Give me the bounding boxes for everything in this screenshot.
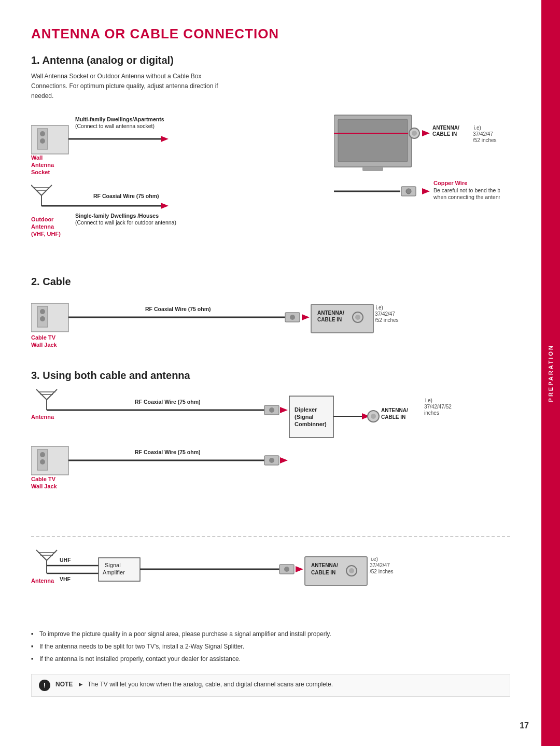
note-text: The TV will let you know when the analog… [88, 681, 333, 688]
svg-marker-53 [302, 314, 310, 320]
svg-text:Antenna: Antenna [31, 414, 54, 420]
section1-description: Wall Antenna Socket or Outdoor Antenna w… [31, 72, 228, 102]
section2-heading: 2. Cable [31, 276, 510, 288]
svg-text:Single-family Dwellings /House: Single-family Dwellings /Houses [75, 213, 159, 219]
section3-svg: Antenna RF Coaxial Wire (75 ohm) Diplexe… [31, 387, 508, 522]
section2-block: 2. Cable Cable TV Wall Jack RF Coaxia [31, 276, 510, 355]
note-label: NOTE [55, 681, 73, 688]
svg-text:37/42/47: 37/42/47 [370, 562, 390, 568]
svg-text:/52 inches: /52 inches [473, 137, 497, 143]
svg-marker-30 [422, 130, 430, 136]
svg-marker-73 [280, 407, 288, 413]
svg-point-114 [284, 567, 289, 572]
svg-text:Outdoor: Outdoor [31, 216, 54, 222]
svg-marker-18 [161, 203, 169, 209]
svg-text:RF Coaxial Wire (75 ohm): RF Coaxial Wire (75 ohm) [93, 193, 159, 199]
svg-point-59 [355, 315, 360, 320]
svg-text:i.e): i.e) [376, 305, 383, 311]
svg-marker-5 [161, 136, 169, 142]
section1-svg: Multi-family Dwellings/Apartments (Conne… [31, 110, 239, 260]
svg-text:Wall Jack: Wall Jack [31, 483, 58, 489]
svg-text:37/42/47/52: 37/42/47/52 [424, 404, 452, 410]
notes-section: To improve the picture quality in a poor… [31, 629, 510, 664]
svg-text:inches: inches [424, 410, 439, 416]
svg-text:Cable TV: Cable TV [31, 476, 56, 482]
svg-rect-27 [362, 167, 383, 171]
svg-marker-115 [296, 566, 303, 572]
svg-text:Wall Jack: Wall Jack [31, 342, 58, 348]
svg-point-38 [406, 189, 411, 194]
svg-text:RF Coaxial Wire (75 ohm): RF Coaxial Wire (75 ohm) [135, 449, 201, 455]
svg-text:i.e): i.e) [425, 398, 432, 403]
svg-point-96 [269, 458, 274, 463]
section2-svg: Cable TV Wall Jack RF Coaxial Wire (75 o… [31, 293, 498, 355]
right-tab-label: PREPARATION [548, 344, 554, 402]
svg-marker-97 [280, 457, 288, 463]
svg-point-72 [269, 407, 274, 413]
svg-text:Cable TV: Cable TV [31, 334, 56, 341]
svg-text:CABLE IN: CABLE IN [311, 570, 335, 575]
svg-text:37/42/47: 37/42/47 [473, 131, 493, 137]
svg-text:RF Coaxial Wire (75 ohm): RF Coaxial Wire (75 ohm) [145, 306, 211, 312]
section1-diagram-left: Multi-family Dwellings/Apartments (Conne… [31, 110, 324, 260]
svg-point-29 [412, 131, 417, 136]
svg-text:UHF: UHF [60, 557, 71, 563]
note-item-2: If the antenna needs to be split for two… [31, 642, 510, 651]
note-item-1: To improve the picture quality in a poor… [31, 629, 510, 639]
note-box: ! NOTE ► The TV will let you know when t… [31, 674, 510, 697]
section1-diagram-right: ANTENNA/ CABLE IN i.e) 37/42/47 /52 inch… [334, 110, 510, 260]
svg-rect-88 [31, 446, 68, 475]
svg-text:CABLE IN: CABLE IN [317, 317, 342, 322]
signal-amp-svg: Antenna UHF VHF Signal Amplifier [31, 547, 508, 615]
svg-rect-26 [338, 119, 408, 162]
svg-text:when connecting the antenna.: when connecting the antenna. [433, 194, 500, 200]
svg-point-3 [40, 138, 45, 144]
svg-text:ANTENNA/: ANTENNA/ [381, 407, 408, 413]
page-title: ANTENNA OR CABLE CONNECTION [31, 26, 510, 42]
section1-layout: Multi-family Dwellings/Apartments (Conne… [31, 110, 510, 260]
note-arrow: ► [78, 681, 84, 688]
svg-text:Antenna: Antenna [31, 162, 54, 168]
section1-tv-svg: ANTENNA/ CABLE IN i.e) 37/42/47 /52 inch… [334, 110, 500, 260]
section3-heading: 3. Using both cable and antenna [31, 370, 510, 382]
svg-text:Antenna: Antenna [31, 223, 54, 230]
page-number: 17 [520, 721, 529, 730]
svg-text:ANTENNA/: ANTENNA/ [311, 562, 338, 568]
svg-point-91 [40, 459, 45, 465]
svg-point-47 [40, 316, 45, 321]
section1-block: 1. Antenna (analog or digital) Wall Ante… [31, 54, 510, 260]
svg-text:Combinner): Combinner) [295, 421, 327, 427]
svg-text:Be careful not to bend the bro: Be careful not to bend the bronze wire [433, 187, 500, 193]
svg-text:Copper Wire: Copper Wire [433, 180, 467, 186]
svg-text:(Connect to wall antenna socke: (Connect to wall antenna socket) [75, 123, 155, 129]
svg-text:Signal: Signal [105, 562, 121, 568]
svg-point-52 [290, 315, 295, 320]
svg-text:(Connect to wall jack for outd: (Connect to wall jack for outdoor antenn… [75, 219, 176, 226]
svg-text:37/42/47: 37/42/47 [375, 311, 395, 317]
svg-text:ANTENNA/: ANTENNA/ [432, 125, 459, 131]
note-item-3: If the antenna is not installed properly… [31, 654, 510, 664]
svg-point-120 [349, 568, 354, 573]
signal-amp-section: Antenna UHF VHF Signal Amplifier [31, 547, 510, 615]
svg-point-82 [371, 414, 376, 419]
svg-text:i.e): i.e) [371, 556, 378, 562]
svg-rect-0 [31, 125, 68, 154]
svg-text:VHF: VHF [60, 576, 71, 582]
note-icon: ! [39, 680, 50, 691]
svg-rect-44 [31, 303, 68, 332]
dotted-divider [31, 536, 510, 537]
svg-text:/52 inches: /52 inches [370, 569, 394, 574]
svg-marker-39 [422, 188, 430, 194]
svg-text:RF Coaxial Wire (75 ohm): RF Coaxial Wire (75 ohm) [135, 399, 201, 405]
section3-block: 3. Using both cable and antenna Antenna [31, 370, 510, 522]
svg-point-90 [40, 452, 45, 457]
svg-text:Diplexer: Diplexer [295, 406, 317, 413]
svg-text:CABLE IN: CABLE IN [432, 131, 457, 137]
svg-text:CABLE IN: CABLE IN [381, 414, 405, 420]
svg-text:Multi-family Dwellings/Apartme: Multi-family Dwellings/Apartments [75, 116, 164, 122]
section1-heading: 1. Antenna (analog or digital) [31, 54, 510, 66]
svg-text:Antenna: Antenna [31, 578, 54, 584]
svg-text:i.e): i.e) [474, 125, 481, 131]
svg-text:Socket: Socket [31, 169, 50, 175]
svg-text:(Signal: (Signal [295, 414, 314, 420]
